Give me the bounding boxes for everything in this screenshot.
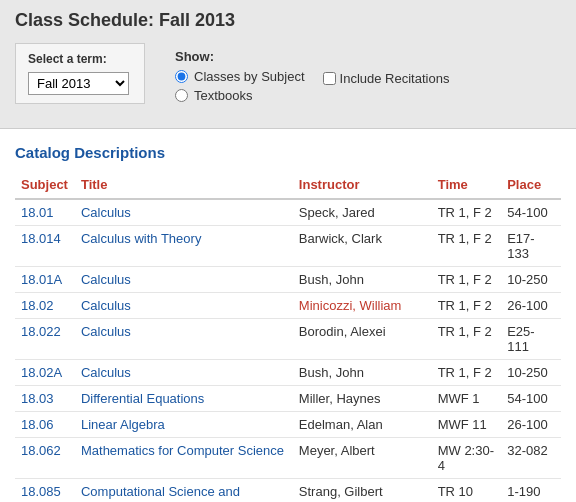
title-link[interactable]: Calculus xyxy=(81,298,131,313)
subject-link[interactable]: 18.02 xyxy=(21,298,54,313)
cell-place: 26-100 xyxy=(501,293,561,319)
cell-subject: 18.03 xyxy=(15,386,75,412)
cell-place: E25-111 xyxy=(501,319,561,360)
cell-subject: 18.085 xyxy=(15,479,75,503)
cell-instructor: Speck, Jared xyxy=(293,199,432,226)
show-label: Show: xyxy=(175,49,449,64)
radio-classes-row: Classes by Subject xyxy=(175,69,305,84)
term-dropdown[interactable]: Fall 2013 Spring 2013 Fall 2012 xyxy=(28,72,129,95)
title-link[interactable]: Calculus with Theory xyxy=(81,231,201,246)
subject-link[interactable]: 18.085 xyxy=(21,484,61,499)
cell-title: Calculus with Theory xyxy=(75,226,293,267)
table-row: 18.06Linear AlgebraEdelman, AlanMWF 1126… xyxy=(15,412,561,438)
title-link[interactable]: Calculus xyxy=(81,365,131,380)
title-link[interactable]: Calculus xyxy=(81,205,131,220)
cell-title: Mathematics for Computer Science xyxy=(75,438,293,479)
page-title: Class Schedule: Fall 2013 xyxy=(15,10,561,31)
cell-place: 10-250 xyxy=(501,267,561,293)
include-recitations-label[interactable]: Include Recitations xyxy=(340,71,450,86)
subject-link[interactable]: 18.022 xyxy=(21,324,61,339)
cell-title: Calculus xyxy=(75,360,293,386)
radio-options-line: Classes by Subject Include Recitations xyxy=(175,69,449,88)
table-header: Subject Title Instructor Time Place xyxy=(15,173,561,199)
title-link[interactable]: Calculus xyxy=(81,324,131,339)
term-label: Select a term: xyxy=(28,52,132,66)
schedule-table: Subject Title Instructor Time Place 18.0… xyxy=(15,173,561,502)
catalog-title: Catalog Descriptions xyxy=(15,144,561,161)
cell-instructor: Minicozzi, William xyxy=(293,293,432,319)
instructor-link[interactable]: Minicozzi, William xyxy=(299,298,402,313)
cell-subject: 18.02 xyxy=(15,293,75,319)
catalog-section: Catalog Descriptions Subject Title Instr… xyxy=(0,129,576,502)
subject-link[interactable]: 18.062 xyxy=(21,443,61,458)
cell-time: MWF 1 xyxy=(432,386,502,412)
cell-place: 10-250 xyxy=(501,360,561,386)
table-row: 18.062Mathematics for Computer ScienceMe… xyxy=(15,438,561,479)
cell-subject: 18.01 xyxy=(15,199,75,226)
cell-subject: 18.06 xyxy=(15,412,75,438)
cell-subject: 18.062 xyxy=(15,438,75,479)
cell-place: 32-082 xyxy=(501,438,561,479)
subject-link[interactable]: 18.02A xyxy=(21,365,62,380)
col-header-place: Place xyxy=(501,173,561,199)
cell-instructor: Edelman, Alan xyxy=(293,412,432,438)
col-header-subject: Subject xyxy=(15,173,75,199)
table-row: 18.01ACalculusBush, JohnTR 1, F 210-250 xyxy=(15,267,561,293)
header-row: Subject Title Instructor Time Place xyxy=(15,173,561,199)
cell-place: 26-100 xyxy=(501,412,561,438)
cell-instructor: Barwick, Clark xyxy=(293,226,432,267)
table-row: 18.02ACalculusBush, JohnTR 1, F 210-250 xyxy=(15,360,561,386)
col-header-time: Time xyxy=(432,173,502,199)
cell-instructor: Meyer, Albert xyxy=(293,438,432,479)
title-link[interactable]: Calculus xyxy=(81,272,131,287)
title-link[interactable]: Differential Equations xyxy=(81,391,204,406)
cell-place: 54-100 xyxy=(501,386,561,412)
cell-subject: 18.01A xyxy=(15,267,75,293)
include-recitations-row: Include Recitations xyxy=(323,71,450,86)
cell-time: TR 1, F 2 xyxy=(432,226,502,267)
cell-time: TR 1, F 2 xyxy=(432,199,502,226)
cell-subject: 18.014 xyxy=(15,226,75,267)
title-link[interactable]: Mathematics for Computer Science xyxy=(81,443,284,458)
cell-title: Linear Algebra xyxy=(75,412,293,438)
title-link[interactable]: Computational Science and Engineering I xyxy=(81,484,240,502)
cell-title: Calculus xyxy=(75,199,293,226)
table-body: 18.01CalculusSpeck, JaredTR 1, F 254-100… xyxy=(15,199,561,502)
col-header-instructor: Instructor xyxy=(293,173,432,199)
radio-textbooks[interactable] xyxy=(175,89,188,102)
cell-subject: 18.022 xyxy=(15,319,75,360)
subject-link[interactable]: 18.01A xyxy=(21,272,62,287)
cell-time: TR 1, F 2 xyxy=(432,360,502,386)
cell-time: MWF 11 xyxy=(432,412,502,438)
term-selector-box: Select a term: Fall 2013 Spring 2013 Fal… xyxy=(15,43,145,104)
cell-time: TR 10 xyxy=(432,479,502,503)
radio-textbooks-row: Textbooks xyxy=(175,88,449,103)
cell-place: 54-100 xyxy=(501,199,561,226)
subject-link[interactable]: 18.03 xyxy=(21,391,54,406)
table-row: 18.02CalculusMinicozzi, WilliamTR 1, F 2… xyxy=(15,293,561,319)
col-header-title: Title xyxy=(75,173,293,199)
table-row: 18.01CalculusSpeck, JaredTR 1, F 254-100 xyxy=(15,199,561,226)
cell-time: MW 2:30-4 xyxy=(432,438,502,479)
cell-title: Calculus xyxy=(75,293,293,319)
title-link[interactable]: Linear Algebra xyxy=(81,417,165,432)
term-select-wrap: Fall 2013 Spring 2013 Fall 2012 xyxy=(28,72,132,95)
page-header: Class Schedule: Fall 2013 Select a term:… xyxy=(0,0,576,129)
radio-textbooks-label[interactable]: Textbooks xyxy=(194,88,253,103)
cell-title: Calculus xyxy=(75,267,293,293)
subject-link[interactable]: 18.06 xyxy=(21,417,54,432)
cell-title: Computational Science and Engineering I xyxy=(75,479,293,503)
radio-classes-label[interactable]: Classes by Subject xyxy=(194,69,305,84)
cell-time: TR 1, F 2 xyxy=(432,319,502,360)
subject-link[interactable]: 18.014 xyxy=(21,231,61,246)
cell-instructor: Miller, Haynes xyxy=(293,386,432,412)
cell-place: 1-190 xyxy=(501,479,561,503)
cell-time: TR 1, F 2 xyxy=(432,293,502,319)
show-options: Show: Classes by Subject Include Recitat… xyxy=(165,43,459,113)
include-recitations-checkbox[interactable] xyxy=(323,72,336,85)
cell-place: E17-133 xyxy=(501,226,561,267)
radio-classes-by-subject[interactable] xyxy=(175,70,188,83)
table-row: 18.03Differential EquationsMiller, Hayne… xyxy=(15,386,561,412)
subject-link[interactable]: 18.01 xyxy=(21,205,54,220)
cell-subject: 18.02A xyxy=(15,360,75,386)
